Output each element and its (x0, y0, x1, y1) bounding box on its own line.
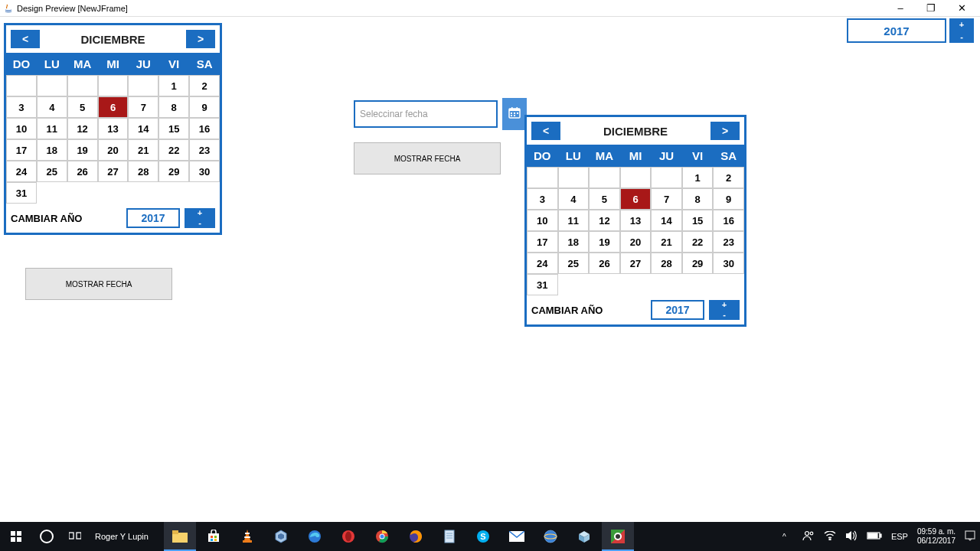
day-cell[interactable]: 24 (527, 253, 558, 274)
day-cell[interactable]: 6 (98, 96, 129, 118)
day-cell[interactable]: 7 (128, 96, 158, 118)
camtasia-icon[interactable] (602, 522, 634, 551)
notifications-icon[interactable] (965, 530, 975, 543)
day-cell[interactable]: 27 (620, 253, 652, 274)
day-cell[interactable]: 27 (98, 161, 129, 182)
day-cell[interactable]: 29 (682, 253, 714, 274)
date-input[interactable] (354, 100, 498, 128)
mail-icon[interactable] (501, 522, 533, 551)
close-button[interactable]: ✕ (946, 1, 977, 16)
year-value[interactable]: 2017 (126, 208, 180, 228)
globe-icon[interactable] (534, 522, 567, 551)
day-cell[interactable]: 5 (589, 188, 620, 210)
next-month-button[interactable]: > (186, 30, 215, 48)
day-cell[interactable]: 30 (189, 161, 220, 182)
netbeans-icon[interactable] (265, 522, 297, 551)
day-cell[interactable]: 31 (6, 182, 37, 204)
next-month-button[interactable]: > (710, 122, 740, 140)
file-explorer-icon[interactable] (164, 522, 196, 551)
day-cell[interactable]: 2 (189, 75, 220, 96)
day-cell[interactable]: 22 (682, 231, 714, 253)
cortana-icon[interactable] (40, 530, 54, 543)
day-cell[interactable]: 25 (558, 253, 590, 274)
day-cell[interactable]: 9 (713, 188, 744, 210)
year-plus-button[interactable]: + (709, 300, 740, 310)
day-cell[interactable]: 1 (682, 167, 714, 188)
day-cell[interactable]: 7 (651, 188, 682, 210)
day-cell[interactable]: 11 (37, 118, 67, 139)
calendar-icon-button[interactable] (502, 98, 527, 130)
day-cell[interactable]: 12 (589, 210, 620, 231)
day-cell[interactable]: 1 (158, 75, 189, 96)
day-cell[interactable]: 30 (713, 253, 744, 274)
day-cell[interactable]: 22 (158, 139, 189, 161)
day-cell[interactable]: 5 (67, 96, 98, 118)
vlc-icon[interactable] (231, 522, 263, 551)
day-cell[interactable]: 19 (67, 139, 98, 161)
day-cell[interactable]: 11 (558, 210, 590, 231)
day-cell[interactable]: 8 (158, 96, 189, 118)
people-icon[interactable] (802, 530, 815, 543)
top-year-value[interactable]: 2017 (847, 18, 946, 43)
year-minus-button[interactable]: - (185, 218, 215, 228)
day-cell[interactable]: 31 (527, 274, 558, 295)
minimize-button[interactable]: – (885, 1, 916, 16)
day-cell[interactable]: 28 (128, 161, 158, 182)
year-minus-button[interactable]: - (709, 310, 740, 320)
day-cell[interactable]: 15 (682, 210, 714, 231)
year-value[interactable]: 2017 (651, 300, 704, 320)
show-date-button-center[interactable]: MOSTRAR FECHA (354, 142, 501, 174)
maximize-button[interactable]: ❐ (916, 1, 946, 16)
day-cell[interactable]: 3 (527, 188, 558, 210)
day-cell[interactable]: 19 (589, 231, 620, 253)
taskview-icon[interactable] (69, 530, 81, 543)
day-cell[interactable]: 29 (158, 161, 189, 182)
day-cell[interactable]: 13 (98, 118, 129, 139)
volume-icon[interactable] (845, 530, 858, 543)
day-cell[interactable]: 21 (651, 231, 682, 253)
day-cell[interactable]: 23 (713, 231, 744, 253)
day-cell[interactable]: 6 (620, 188, 652, 210)
day-cell[interactable]: 18 (37, 139, 67, 161)
day-cell[interactable]: 4 (558, 188, 590, 210)
day-cell[interactable]: 26 (67, 161, 98, 182)
day-cell[interactable]: 28 (651, 253, 682, 274)
firefox-icon[interactable] (400, 522, 432, 551)
day-cell[interactable]: 4 (37, 96, 67, 118)
day-cell[interactable]: 10 (6, 118, 37, 139)
top-year-minus-button[interactable]: - (949, 31, 974, 43)
day-cell[interactable]: 3 (6, 96, 37, 118)
clock[interactable]: 09:59 a. m. 06/12/2017 (917, 527, 956, 546)
day-cell[interactable]: 16 (713, 210, 744, 231)
day-cell[interactable]: 17 (527, 231, 558, 253)
day-cell[interactable]: 20 (98, 139, 129, 161)
year-plus-button[interactable]: + (185, 208, 215, 218)
show-date-button-left[interactable]: MOSTRAR FECHA (25, 268, 172, 300)
day-cell[interactable]: 14 (128, 118, 158, 139)
opera-icon[interactable] (332, 522, 364, 551)
prev-month-button[interactable]: < (11, 30, 40, 48)
day-cell[interactable]: 12 (67, 118, 98, 139)
prev-month-button[interactable]: < (531, 122, 560, 140)
box-icon[interactable] (568, 522, 600, 551)
day-cell[interactable]: 21 (128, 139, 158, 161)
edge-icon[interactable] (299, 522, 331, 551)
day-cell[interactable]: 17 (6, 139, 37, 161)
day-cell[interactable]: 9 (189, 96, 220, 118)
day-cell[interactable]: 20 (620, 231, 652, 253)
start-button[interactable] (0, 531, 32, 542)
day-cell[interactable]: 8 (682, 188, 714, 210)
day-cell[interactable]: 10 (527, 210, 558, 231)
day-cell[interactable]: 15 (158, 118, 189, 139)
lang-indicator[interactable]: ESP (891, 532, 908, 541)
day-cell[interactable]: 18 (558, 231, 590, 253)
skype-icon[interactable]: S (467, 522, 499, 551)
day-cell[interactable]: 26 (589, 253, 620, 274)
day-cell[interactable]: 14 (651, 210, 682, 231)
day-cell[interactable]: 23 (189, 139, 220, 161)
notepad-icon[interactable] (433, 522, 466, 551)
day-cell[interactable]: 2 (713, 167, 744, 188)
wifi-icon[interactable] (824, 531, 836, 542)
battery-icon[interactable] (867, 532, 882, 541)
store-icon[interactable] (198, 522, 230, 551)
